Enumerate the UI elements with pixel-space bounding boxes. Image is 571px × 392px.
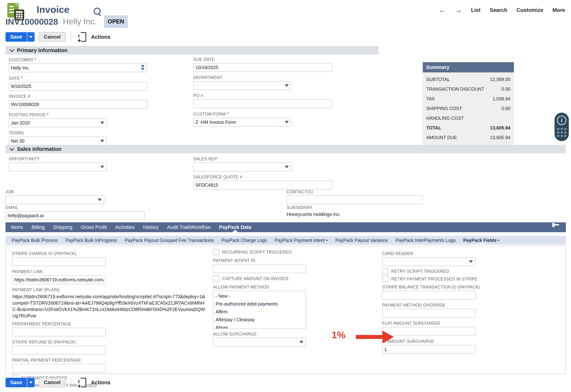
terms-select[interactable] — [9, 137, 107, 145]
required-marker: * — [47, 112, 49, 117]
payment-method-option[interactable]: Alipay — [213, 324, 306, 329]
retry-script-triggered-checkbox[interactable] — [382, 268, 388, 274]
save-button[interactable]: Save — [5, 32, 27, 42]
po-number-input[interactable] — [193, 99, 332, 108]
payment-intent-id-label: PAYMENT INTENT ID — [213, 258, 308, 263]
po-number-label: PO # — [193, 93, 332, 98]
cancel-button[interactable]: Cancel — [39, 32, 66, 42]
stripe-balance-transaction-id-input[interactable] — [382, 291, 475, 299]
primary-information-header[interactable]: Primary Information — [5, 46, 379, 55]
email-field-block: EMAIL — [5, 205, 145, 220]
save-dropdown-button[interactable] — [27, 32, 35, 42]
date-input[interactable] — [9, 82, 147, 91]
nav-list[interactable]: List — [471, 7, 481, 13]
expand-subtabs-icon[interactable] — [552, 224, 561, 231]
nav-more[interactable]: More — [553, 7, 565, 13]
job-field — [5, 196, 104, 204]
partial-payment-percentage-label: PARTIAL PAYMENT PERCENTAGE — [12, 358, 210, 363]
allow-surcharge-label: ALLOW SURCHARGE — [213, 332, 308, 336]
stripe-balance-transaction-id-label: STRIPE BALANCE TRANSACTION ID (PAYPACK) — [382, 285, 477, 290]
capture-amount-on-invoice-checkbox[interactable] — [213, 276, 219, 282]
sales-rep-select[interactable] — [193, 163, 291, 171]
payment-method-option[interactable]: - New - — [213, 292, 306, 300]
prepayment-percentage-input[interactable] — [12, 328, 106, 336]
save-dropdown-button[interactable] — [27, 378, 35, 387]
tab-gross-profit[interactable]: Gross Profit — [81, 222, 107, 232]
subtab-paypack-payout-variance[interactable]: PayPack Payout Variance — [335, 236, 388, 245]
retry-script-triggered-row: RETRY SCRIPT TRIGGERED — [382, 268, 477, 274]
custom-form-select[interactable] — [193, 118, 291, 126]
allow-payment-method-listbox[interactable]: - New - Pre-authorized debit payments Af… — [213, 291, 306, 329]
primary-info-column-1: CUSTOMER* DATE* INVOICE # POSTING PERIOD… — [9, 57, 147, 149]
terms-label: TERMS — [9, 131, 147, 136]
nav-search[interactable]: Search — [490, 7, 507, 13]
customer-label: CUSTOMER* — [9, 57, 147, 62]
toolbar-divider — [71, 378, 71, 387]
contacts-label: CONTACT(S) — [287, 189, 423, 194]
payment-link-input[interactable] — [12, 275, 106, 284]
sales-information-title: Sales Information — [17, 146, 61, 152]
payment-method-option[interactable]: Affirm — [213, 308, 306, 316]
flat-amount-surcharge-input[interactable] — [382, 327, 475, 336]
subtab-paypack-charge-logs[interactable]: PayPack Charge Logs — [221, 236, 267, 245]
tab-paypack-data[interactable]: PayPack Data — [219, 222, 251, 232]
summary-row-tax: TAX1,036.94 — [426, 94, 511, 104]
floating-helper-widget[interactable]: i — [555, 113, 569, 141]
allow-surcharge-select[interactable] — [213, 338, 306, 347]
sales-information-header[interactable]: Sales Information — [5, 145, 566, 153]
email-input[interactable] — [5, 211, 145, 220]
customer-input[interactable] — [9, 63, 147, 72]
subtab-paypack-interpayments-logs[interactable]: PayPack InterPayments Logs — [395, 236, 455, 245]
payment-method-option[interactable]: Afterpay / Clearpay — [213, 316, 306, 324]
contacts-input[interactable] — [287, 196, 423, 204]
search-icon[interactable] — [94, 8, 101, 15]
subtab-paypack-bulk-inprogress[interactable]: PayPack Bulk InProgress — [66, 236, 117, 245]
keypad-dots-icon — [555, 128, 569, 137]
sales-rep-quote-block: SALES REP SALESFORCE QUOTE # — [193, 156, 332, 193]
card-reader-select[interactable] — [382, 257, 475, 266]
invoice-number-input[interactable] — [9, 100, 147, 109]
posting-period-select[interactable] — [9, 118, 107, 127]
payment-method-option[interactable]: Pre-authorized debit payments — [213, 300, 306, 308]
department-label: DEPARTMENT — [193, 75, 332, 80]
recurring-script-triggered-checkbox[interactable] — [213, 249, 219, 255]
subtab-paypack-payment-intent[interactable]: PayPack Payment Intent • — [275, 236, 328, 245]
pct-amount-surcharge-input[interactable] — [382, 345, 475, 354]
tab-billing[interactable]: Billing — [31, 222, 45, 232]
page-title: Invoice — [37, 4, 69, 15]
forward-arrow-icon[interactable]: → — [455, 6, 462, 14]
cancel-button[interactable]: Cancel — [39, 378, 66, 387]
subtab-paypack-bulk-process[interactable]: PayPack Bulk Process — [12, 236, 58, 245]
subtab-paypack-payout-grouped-fee-transactions[interactable]: PayPack Payout Grouped Fee Transactions — [125, 236, 214, 245]
due-date-input[interactable] — [193, 63, 332, 72]
salesforce-quote-input[interactable] — [193, 181, 332, 189]
payment-intent-id-input[interactable] — [213, 264, 306, 273]
allow-payment-method-label: ALLOW PAYMENT METHOD — [213, 285, 308, 290]
actions-menu[interactable]: Actions — [78, 32, 110, 42]
department-select[interactable] — [193, 81, 291, 90]
tab-shipping[interactable]: Shipping — [53, 222, 72, 232]
actions-menu[interactable]: Actions — [78, 378, 110, 387]
tab-activities[interactable]: Activities — [115, 222, 135, 232]
info-icon[interactable]: i — [557, 115, 566, 125]
subtab-paypack-fields[interactable]: PayPack Fields • — [463, 236, 499, 245]
stripe-charge-id-label: STRIPE CHARGE ID (PAYPACK) — [12, 251, 210, 256]
job-select[interactable] — [5, 196, 104, 204]
back-arrow-icon[interactable]: ← — [439, 6, 446, 14]
opportunity-select[interactable] — [9, 163, 107, 171]
tab-audit-trail-workflow[interactable]: Audit Trail/Workflow — [167, 222, 210, 232]
payment-method-override-input[interactable] — [382, 309, 475, 318]
stripe-charge-id-input[interactable] — [12, 257, 106, 266]
nav-customize[interactable]: Customize — [516, 7, 543, 13]
retry-payment-processed-row: RETRY PAYMENT PROCESSED IN STRIPE — [382, 276, 477, 282]
salesforce-quote-label: SALESFORCE QUOTE # — [193, 175, 332, 180]
stripe-refund-id-input[interactable] — [12, 346, 106, 354]
actions-label: Actions — [91, 379, 110, 386]
tab-history[interactable]: History — [143, 222, 159, 232]
actions-document-plus-icon — [78, 378, 86, 387]
retry-payment-processed-checkbox[interactable] — [382, 276, 388, 282]
partial-payment-percentage-input[interactable] — [12, 364, 106, 373]
save-button[interactable]: Save — [5, 378, 27, 387]
tab-items[interactable]: Items — [11, 222, 23, 232]
actions-document-plus-icon — [78, 32, 86, 42]
